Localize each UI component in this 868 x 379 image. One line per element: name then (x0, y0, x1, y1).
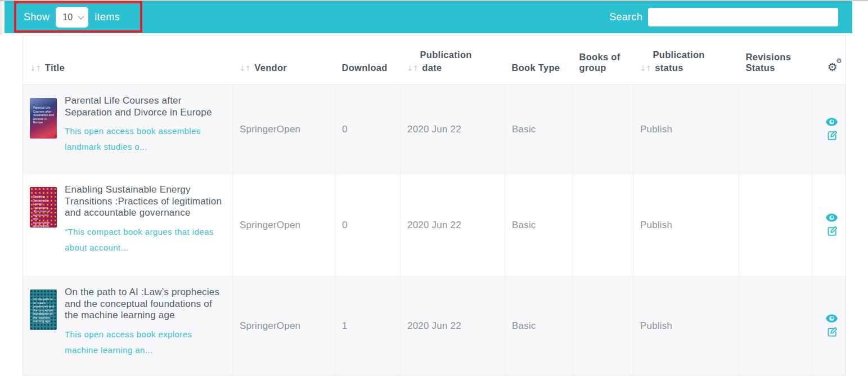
books-table-container: ↓↑Title ↓↑Vendor Download Publication ↓↑… (23, 35, 845, 376)
edit-icon (827, 327, 838, 337)
view-button[interactable] (826, 213, 838, 222)
table-row: On the path to AI :Law’s prophecies and … (23, 277, 846, 376)
book-cover: Parental Life Courses after Separation a… (30, 98, 57, 139)
column-header-books-of-group: Books of group (573, 35, 633, 85)
page-length-control: Show 10 items (24, 7, 120, 28)
sort-icon[interactable]: ↓↑ (30, 64, 41, 73)
publication-status-cell: Publish (633, 277, 739, 376)
page-left-edge (0, 0, 5, 35)
revisions-status-cell (739, 277, 812, 376)
items-label: items (95, 11, 120, 23)
books-of-group-cell (573, 85, 633, 174)
download-cell: 1 (335, 277, 401, 376)
publication-date-cell: 2020 Jun 22 (401, 85, 505, 174)
vendor-cell: SpringerOpen (233, 174, 335, 277)
edit-icon (827, 226, 838, 237)
sort-icon[interactable]: ↓↑ (240, 64, 251, 73)
column-header-book-type: Book Type (505, 35, 573, 85)
column-settings-header[interactable]: ⚙⚙ (812, 35, 846, 85)
gear-icon[interactable]: ⚙⚙ (827, 61, 838, 73)
column-header-publication-date[interactable]: Publication ↓↑date (401, 35, 505, 85)
column-header-download: Download (335, 35, 401, 85)
books-of-group-cell (573, 174, 633, 277)
table-row: Enabling Sustainable Energy Transitions … (23, 174, 846, 277)
page-size-select[interactable]: 10 (56, 7, 88, 28)
search-input[interactable] (648, 8, 838, 26)
revisions-status-cell (739, 174, 812, 277)
book-cover: Enabling Sustainable Energy Transitions … (30, 187, 57, 228)
eye-icon (826, 118, 838, 126)
table-header-row: ↓↑Title ↓↑Vendor Download Publication ↓↑… (23, 35, 846, 85)
book-title: Parental Life Courses after Separation a… (65, 95, 224, 118)
book-description[interactable]: “This compact book argues that ideas abo… (65, 224, 224, 256)
column-header-publication-status[interactable]: Publication ↓↑status (633, 35, 739, 85)
view-button[interactable] (826, 314, 838, 323)
column-header-revisions-status: Revisions Status (739, 35, 812, 85)
eye-icon (826, 213, 838, 222)
vendor-cell: SpringerOpen (233, 277, 335, 376)
edit-button[interactable] (827, 327, 838, 337)
book-description[interactable]: This open access book assembles landmark… (65, 123, 224, 155)
books-table: ↓↑Title ↓↑Vendor Download Publication ↓↑… (23, 35, 846, 376)
search-control: Search (609, 8, 838, 26)
eye-icon (826, 314, 838, 323)
column-header-vendor[interactable]: ↓↑Vendor (233, 35, 335, 85)
view-button[interactable] (826, 118, 838, 126)
book-type-cell: Basic (505, 85, 573, 174)
sort-icon[interactable]: ↓↑ (640, 64, 651, 73)
book-title: On the path to AI :Law’s prophecies and … (65, 287, 224, 322)
search-label: Search (609, 11, 642, 23)
window-top-shadow (0, 0, 868, 2)
show-label: Show (24, 11, 50, 23)
publication-status-cell: Publish (633, 85, 739, 174)
book-type-cell: Basic (505, 174, 573, 277)
publication-date-cell: 2020 Jun 22 (401, 174, 505, 277)
download-cell: 0 (335, 174, 401, 277)
book-title: Enabling Sustainable Energy Transitions … (65, 184, 224, 219)
books-list-page: Show 10 items Search (0, 0, 868, 379)
table-toolbar: Show 10 items Search (5, 1, 852, 33)
books-of-group-cell (573, 277, 633, 376)
vendor-cell: SpringerOpen (233, 85, 335, 174)
publication-date-cell: 2020 Jun 22 (401, 277, 505, 376)
sort-icon[interactable]: ↓↑ (407, 64, 419, 73)
book-cover: On the path to AI :Law’s prophecies and … (30, 289, 57, 330)
edit-icon (827, 130, 838, 141)
publication-status-cell: Publish (633, 174, 739, 277)
download-cell: 0 (335, 85, 401, 174)
revisions-status-cell (739, 85, 812, 174)
book-description[interactable]: This open access book explores machine l… (65, 327, 224, 358)
edit-button[interactable] (827, 130, 838, 141)
gear-small-icon: ⚙ (836, 57, 842, 64)
page-size-select-wrap: 10 (56, 7, 88, 28)
column-header-title[interactable]: ↓↑Title (23, 35, 233, 85)
table-row: Parental Life Courses after Separation a… (23, 85, 846, 174)
book-type-cell: Basic (505, 277, 573, 376)
edit-button[interactable] (827, 226, 838, 237)
